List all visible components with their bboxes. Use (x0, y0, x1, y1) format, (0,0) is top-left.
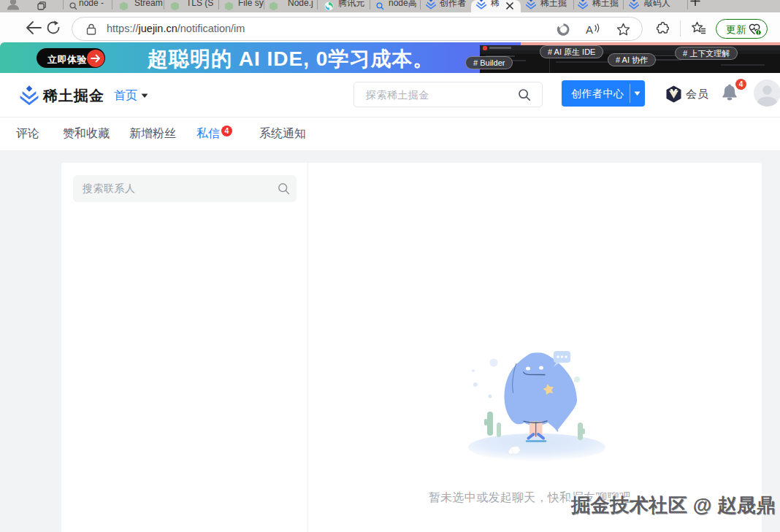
svg-text:A: A (586, 23, 593, 36)
